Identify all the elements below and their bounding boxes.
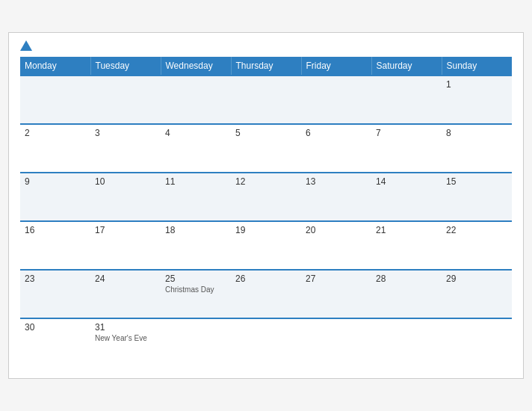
calendar-cell: 31New Year's Eve bbox=[90, 318, 161, 367]
day-number: 17 bbox=[95, 225, 156, 235]
day-number: 28 bbox=[376, 274, 437, 284]
weekday-header-monday: Monday bbox=[20, 57, 90, 75]
calendar-cell: 4 bbox=[161, 124, 231, 173]
calendar-cell: 3 bbox=[90, 124, 161, 173]
calendar-week-row: 1 bbox=[20, 75, 512, 124]
calendar-week-row: 3031New Year's Eve bbox=[20, 318, 512, 367]
day-number: 2 bbox=[25, 128, 86, 138]
day-number: 23 bbox=[25, 274, 86, 284]
day-number: 10 bbox=[95, 176, 156, 187]
weekday-header-tuesday: Tuesday bbox=[90, 57, 161, 75]
day-number: 7 bbox=[376, 128, 437, 138]
calendar-cell bbox=[231, 318, 301, 367]
weekday-header-row: MondayTuesdayWednesdayThursdayFridaySatu… bbox=[20, 57, 512, 75]
calendar-body: 1234567891011121314151617181920212223242… bbox=[20, 75, 512, 367]
calendar-cell bbox=[90, 75, 161, 124]
day-number: 12 bbox=[235, 176, 297, 187]
calendar-cell: 26 bbox=[231, 270, 301, 318]
day-number: 1 bbox=[446, 79, 507, 90]
day-number: 16 bbox=[25, 225, 86, 235]
calendar-cell: 18 bbox=[161, 221, 231, 270]
calendar-cell: 28 bbox=[371, 270, 442, 318]
calendar-cell: 7 bbox=[371, 124, 442, 173]
calendar-cell: 14 bbox=[371, 173, 442, 221]
day-number: 9 bbox=[25, 176, 86, 187]
calendar-week-row: 9101112131415 bbox=[20, 173, 512, 221]
logo-blue-row bbox=[20, 40, 34, 51]
day-number: 25 bbox=[165, 274, 226, 284]
calendar-cell: 13 bbox=[301, 173, 371, 221]
calendar-cell bbox=[161, 75, 231, 124]
holiday-label: New Year's Eve bbox=[95, 334, 156, 342]
calendar-cell: 20 bbox=[301, 221, 371, 270]
calendar-cell: 11 bbox=[161, 173, 231, 221]
calendar-cell: 10 bbox=[90, 173, 161, 221]
calendar-cell: 8 bbox=[442, 124, 512, 173]
calendar-cell bbox=[442, 318, 512, 367]
weekday-header-sunday: Sunday bbox=[442, 57, 512, 75]
calendar-cell: 27 bbox=[301, 270, 371, 318]
holiday-label: Christmas Day bbox=[165, 285, 226, 294]
calendar-page: MondayTuesdayWednesdayThursdayFridaySatu… bbox=[8, 32, 524, 379]
day-number: 3 bbox=[95, 128, 156, 138]
calendar-cell: 15 bbox=[442, 173, 512, 221]
day-number: 27 bbox=[306, 274, 367, 284]
calendar-cell: 23 bbox=[20, 270, 90, 318]
calendar-cell bbox=[371, 318, 442, 367]
calendar-cell: 30 bbox=[20, 318, 90, 367]
calendar-week-row: 232425Christmas Day26272829 bbox=[20, 270, 512, 318]
day-number: 4 bbox=[165, 128, 226, 138]
weekday-header-thursday: Thursday bbox=[231, 57, 301, 75]
logo bbox=[20, 40, 34, 51]
day-number: 24 bbox=[95, 274, 156, 284]
day-number: 8 bbox=[446, 128, 507, 138]
day-number: 15 bbox=[446, 176, 507, 187]
day-number: 14 bbox=[376, 176, 437, 187]
day-number: 26 bbox=[235, 274, 297, 284]
calendar-cell: 6 bbox=[301, 124, 371, 173]
day-number: 6 bbox=[306, 128, 367, 138]
calendar-cell: 17 bbox=[90, 221, 161, 270]
calendar-table: MondayTuesdayWednesdayThursdayFridaySatu… bbox=[20, 57, 512, 367]
calendar-cell: 22 bbox=[442, 221, 512, 270]
day-number: 11 bbox=[165, 176, 226, 187]
calendar-cell bbox=[161, 318, 231, 367]
calendar-cell: 21 bbox=[371, 221, 442, 270]
day-number: 18 bbox=[165, 225, 226, 235]
day-number: 22 bbox=[446, 225, 507, 235]
calendar-cell: 24 bbox=[90, 270, 161, 318]
header bbox=[20, 40, 512, 51]
day-number: 20 bbox=[306, 225, 367, 235]
logo-triangle-icon bbox=[20, 40, 32, 51]
calendar-cell: 19 bbox=[231, 221, 301, 270]
calendar-week-row: 16171819202122 bbox=[20, 221, 512, 270]
calendar-cell bbox=[301, 75, 371, 124]
calendar-cell: 25Christmas Day bbox=[161, 270, 231, 318]
calendar-cell bbox=[371, 75, 442, 124]
day-number: 21 bbox=[376, 225, 437, 235]
calendar-header: MondayTuesdayWednesdayThursdayFridaySatu… bbox=[20, 57, 512, 75]
calendar-cell bbox=[231, 75, 301, 124]
calendar-cell: 16 bbox=[20, 221, 90, 270]
day-number: 31 bbox=[95, 322, 156, 333]
calendar-cell bbox=[301, 318, 371, 367]
calendar-cell: 2 bbox=[20, 124, 90, 173]
day-number: 5 bbox=[235, 128, 297, 138]
weekday-header-wednesday: Wednesday bbox=[161, 57, 231, 75]
calendar-cell: 5 bbox=[231, 124, 301, 173]
calendar-cell: 29 bbox=[442, 270, 512, 318]
day-number: 29 bbox=[446, 274, 507, 284]
weekday-header-friday: Friday bbox=[301, 57, 371, 75]
day-number: 19 bbox=[235, 225, 297, 235]
calendar-cell bbox=[20, 75, 90, 124]
calendar-week-row: 2345678 bbox=[20, 124, 512, 173]
weekday-header-saturday: Saturday bbox=[371, 57, 442, 75]
calendar-cell: 9 bbox=[20, 173, 90, 221]
day-number: 30 bbox=[25, 322, 86, 333]
calendar-cell: 1 bbox=[442, 75, 512, 124]
calendar-cell: 12 bbox=[231, 173, 301, 221]
day-number: 13 bbox=[306, 176, 367, 187]
